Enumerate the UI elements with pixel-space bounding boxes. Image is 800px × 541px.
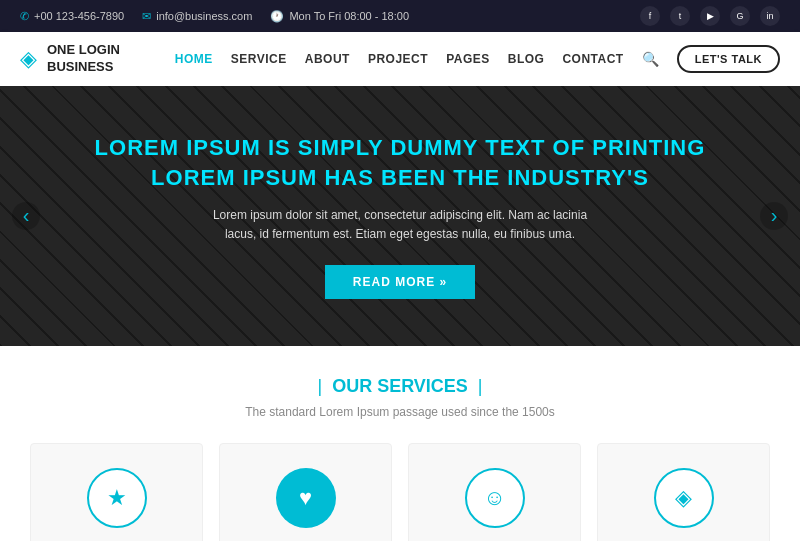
hero-subtitle: Lorem ipsum dolor sit amet, consectetur … (210, 206, 590, 244)
email-text: info@business.com (156, 10, 252, 22)
hero-prev-button[interactable]: ‹ (12, 202, 40, 230)
phone-item: ✆ +00 123-456-7890 (20, 10, 124, 23)
nav-about[interactable]: ABOUT (305, 52, 350, 66)
heading-bar-right: | (478, 376, 483, 397)
facebook-icon[interactable]: f (640, 6, 660, 26)
youtube-icon[interactable]: ▶ (700, 6, 720, 26)
hero-section: ‹ LOREM IPSUM IS SIMPLY DUMMY TEXT OF PR… (0, 86, 800, 346)
nav-links: HOME SERVICE ABOUT PROJECT PAGES BLOG CO… (175, 45, 780, 73)
hours-text: Mon To Fri 08:00 - 18:00 (289, 10, 409, 22)
services-subtitle: The standard Lorem Ipsum passage used si… (20, 405, 780, 419)
clock-icon: 🕐 (270, 10, 284, 23)
service-icon-4: ◈ (654, 468, 714, 528)
service-icon-1: ★ (87, 468, 147, 528)
email-icon: ✉ (142, 10, 151, 23)
services-section: | OUR SERVICES | The standard Lorem Ipsu… (0, 346, 800, 541)
hero-next-button[interactable]: › (760, 202, 788, 230)
top-bar: ✆ +00 123-456-7890 ✉ info@business.com 🕐… (0, 0, 800, 32)
logo-line1: ONE LOGIN (47, 42, 120, 59)
hero-title: LOREM IPSUM IS SIMPLY DUMMY TEXT OF PRIN… (95, 133, 706, 192)
hero-content: LOREM IPSUM IS SIMPLY DUMMY TEXT OF PRIN… (35, 133, 766, 299)
service-card-4: ◈ Service Name 4 Lorem ipsum dolor sit a… (597, 443, 770, 541)
phone-text: +00 123-456-7890 (34, 10, 124, 22)
services-heading: | OUR SERVICES | (20, 376, 780, 397)
heading-bar-left: | (317, 376, 322, 397)
service-card-1: ★ Service Name 1 Lorem ipsum dolor sit a… (30, 443, 203, 541)
search-icon[interactable]: 🔍 (642, 51, 659, 67)
service-icon-2: ♥ (276, 468, 336, 528)
diamond-icon: ◈ (20, 46, 37, 72)
nav-home[interactable]: HOME (175, 52, 213, 66)
navbar: ◈ ONE LOGIN BUSINESS HOME SERVICE ABOUT … (0, 32, 800, 86)
hero-title-line1: LOREM IPSUM IS SIMPLY DUMMY TEXT OF PRIN… (95, 135, 706, 160)
service-icon-3: ☺ (465, 468, 525, 528)
nav-contact[interactable]: CONTACT (562, 52, 623, 66)
hours-item: 🕐 Mon To Fri 08:00 - 18:00 (270, 10, 409, 23)
lets-talk-button[interactable]: LET'S TALK (677, 45, 780, 73)
logo-line2: BUSINESS (47, 59, 120, 76)
nav-blog[interactable]: BLOG (508, 52, 545, 66)
read-more-button[interactable]: READ MORE » (325, 265, 475, 299)
nav-project[interactable]: PROJECT (368, 52, 428, 66)
logo: ◈ ONE LOGIN BUSINESS (20, 42, 120, 76)
email-item: ✉ info@business.com (142, 10, 252, 23)
heading-text: OUR SERVICES (332, 376, 468, 397)
nav-pages[interactable]: PAGES (446, 52, 490, 66)
nav-service[interactable]: SERVICE (231, 52, 287, 66)
service-card-2: ♥ Service Name 2 Lorem ipsum dolor sit a… (219, 443, 392, 541)
social-links: f t ▶ G in (640, 6, 780, 26)
logo-text: ONE LOGIN BUSINESS (47, 42, 120, 76)
linkedin-icon[interactable]: in (760, 6, 780, 26)
services-grid: ★ Service Name 1 Lorem ipsum dolor sit a… (20, 443, 780, 541)
hero-title-line2: LOREM IPSUM HAS BEEN THE INDUSTRY'S (151, 165, 649, 190)
top-bar-contact: ✆ +00 123-456-7890 ✉ info@business.com 🕐… (20, 10, 409, 23)
twitter-icon[interactable]: t (670, 6, 690, 26)
service-card-3: ☺ Service Name 3 Lorem ipsum dolor sit a… (408, 443, 581, 541)
googleplus-icon[interactable]: G (730, 6, 750, 26)
phone-icon: ✆ (20, 10, 29, 23)
